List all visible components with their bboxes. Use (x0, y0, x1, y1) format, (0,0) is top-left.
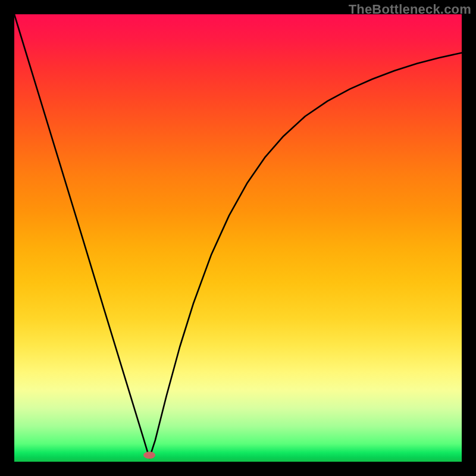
chart-canvas: TheBottleneck.com (0, 0, 476, 476)
optimal-point-marker (143, 452, 155, 459)
plot-area (14, 14, 462, 462)
watermark-label: TheBottleneck.com (349, 2, 471, 17)
bottleneck-curve (14, 14, 462, 462)
